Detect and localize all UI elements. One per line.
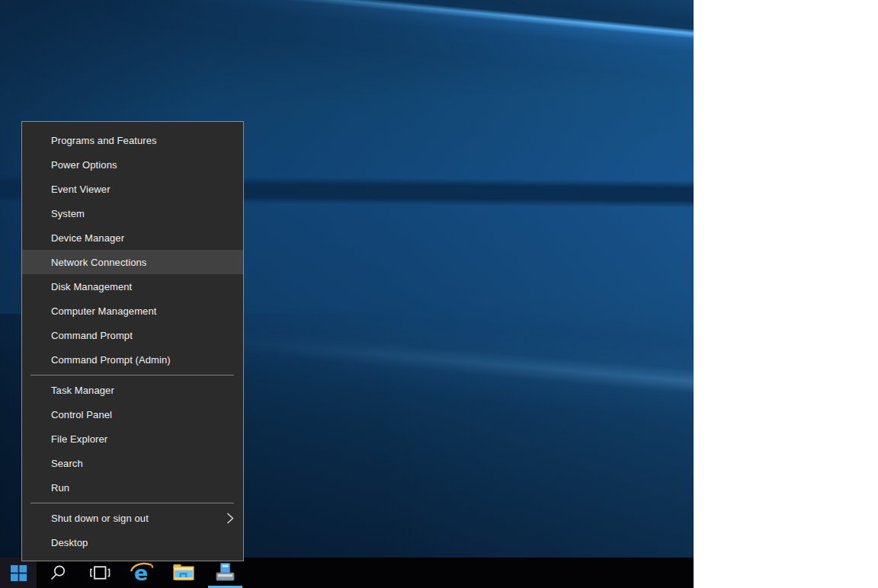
menu-item-network-connections[interactable]: Network Connections xyxy=(22,250,243,274)
internet-explorer-button[interactable]: e xyxy=(120,558,162,588)
search-button[interactable] xyxy=(37,558,79,588)
submenu-chevron-icon xyxy=(226,513,234,524)
menu-item-run[interactable]: Run xyxy=(22,475,243,500)
menu-item-command-prompt-admin[interactable]: Command Prompt (Admin) xyxy=(22,347,243,372)
menu-item-label: Run xyxy=(51,482,69,494)
menu-item-label: Device Manager xyxy=(51,232,124,244)
task-view-button[interactable] xyxy=(79,558,120,588)
menu-item-label: Computer Management xyxy=(51,305,156,317)
menu-item-label: Network Connections xyxy=(51,257,146,268)
menu-item-label: Power Options xyxy=(51,159,117,171)
file-explorer-button[interactable] xyxy=(162,558,204,588)
menu-item-control-panel[interactable]: Control Panel xyxy=(22,402,243,427)
menu-item-label: File Explorer xyxy=(51,433,107,445)
menu-item-power-options[interactable]: Power Options xyxy=(22,152,243,177)
menu-item-task-manager[interactable]: Task Manager xyxy=(22,378,243,402)
menu-item-programs-and-features[interactable]: Programs and Features xyxy=(22,128,243,152)
white-filler-region xyxy=(694,0,878,588)
menu-item-command-prompt[interactable]: Command Prompt xyxy=(22,323,243,347)
winx-menu: Programs and Features Power Options Even… xyxy=(21,121,244,561)
folder-icon xyxy=(172,564,195,582)
menu-item-label: Desktop xyxy=(51,537,88,548)
menu-item-shut-down-or-sign-out[interactable]: Shut down or sign out xyxy=(22,506,243,530)
menu-item-file-explorer[interactable]: File Explorer xyxy=(22,427,243,451)
menu-item-label: Event Viewer xyxy=(51,184,111,195)
winx-app-button[interactable] xyxy=(204,558,246,588)
menu-item-event-viewer[interactable]: Event Viewer xyxy=(22,177,243,201)
taskbar: e xyxy=(0,558,694,588)
menu-item-disk-management[interactable]: Disk Management xyxy=(22,274,243,299)
menu-item-label: Disk Management xyxy=(51,281,132,292)
menu-item-device-manager[interactable]: Device Manager xyxy=(22,225,243,250)
computer-icon xyxy=(213,563,237,583)
menu-item-label: Control Panel xyxy=(51,409,112,420)
magnifier-icon xyxy=(50,564,66,581)
windows-logo-icon xyxy=(11,565,27,581)
menu-separator xyxy=(22,500,243,506)
menu-item-label: Shut down or sign out xyxy=(51,513,149,524)
menu-item-label: Programs and Features xyxy=(51,135,157,146)
menu-item-label: Command Prompt (Admin) xyxy=(51,354,171,366)
menu-separator xyxy=(22,372,243,378)
menu-item-label: Task Manager xyxy=(51,385,114,396)
menu-item-label: System xyxy=(51,208,85,219)
task-view-icon xyxy=(89,566,111,580)
menu-item-label: Search xyxy=(51,458,83,469)
start-button[interactable] xyxy=(0,558,37,588)
menu-item-computer-management[interactable]: Computer Management xyxy=(22,299,243,323)
ie-e-icon: e xyxy=(130,561,153,584)
windows-screen: Programs and Features Power Options Even… xyxy=(0,0,694,588)
menu-item-desktop[interactable]: Desktop xyxy=(22,530,243,554)
menu-item-label: Command Prompt xyxy=(51,330,133,341)
menu-item-search[interactable]: Search xyxy=(22,451,243,475)
menu-item-system[interactable]: System xyxy=(22,201,243,225)
screenshot-stage: Programs and Features Power Options Even… xyxy=(0,0,878,588)
